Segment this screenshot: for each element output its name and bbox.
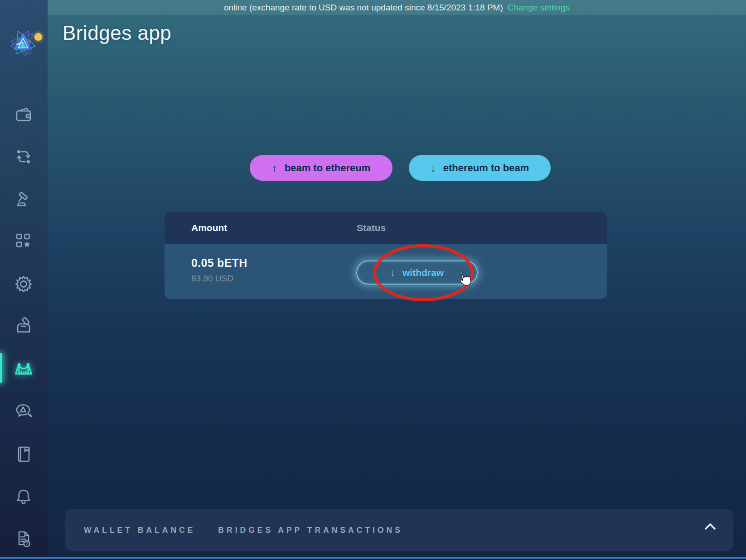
ethereum-to-beam-label: ethereum to beam [443,162,529,174]
apps-grid-icon [15,232,33,250]
status-bar: online (exchange rate to USD was not upd… [48,0,746,15]
amount-usd-value: 83.90 USD [191,274,247,284]
sidebar-item-documents[interactable] [15,445,33,463]
bridge-icon [15,360,33,378]
down-arrow-icon: ↓ [431,162,436,174]
chevron-up-icon[interactable] [703,521,717,531]
ethereum-to-beam-button[interactable]: ↓ ethereum to beam [409,155,551,181]
sidebar: ? [0,0,48,560]
withdraw-label: withdraw [402,267,444,278]
tab-wallet-balance[interactable]: WALLET BALANCE [84,526,195,535]
bottom-tabs: WALLET BALANCE BRIDGES APP TRANSACTIONS [84,526,403,535]
tab-bridges-app-transactions[interactable]: BRIDGES APP TRANSACTIONS [218,526,403,535]
cursor-pointer-icon [457,270,471,287]
document-help-icon: ? [15,530,33,548]
beam-logo-icon [8,26,38,56]
column-header-status: Status [357,222,386,233]
status-message: online (exchange rate to USD was not upd… [224,3,503,13]
withdraw-down-arrow-icon: ↓ [390,267,395,279]
gavel-icon [15,190,33,208]
sidebar-item-voting[interactable] [15,317,33,335]
column-header-amount: Amount [191,222,357,233]
up-arrow-icon: ↑ [272,162,277,174]
table-row: 0.05 bETH 83.90 USD ↓ withdraw [165,244,607,299]
sidebar-item-swap[interactable] [15,148,33,166]
bell-icon [15,488,33,506]
sidebar-item-settings[interactable] [15,275,33,293]
bottom-bar: WALLET BALANCE BRIDGES APP TRANSACTIONS [65,509,733,551]
sidebar-item-auction[interactable] [15,190,33,208]
sidebar-active-indicator [0,353,2,383]
chat-icon [15,402,33,420]
transactions-table: Amount Status 0.05 bETH 83.90 USD ↓ with… [165,212,607,299]
beam-to-ethereum-button[interactable]: ↑ beam to ethereum [250,155,392,181]
app-logo[interactable] [8,26,38,56]
sidebar-item-help[interactable]: ? [15,530,33,548]
voting-icon [15,317,33,335]
beam-to-ethereum-label: beam to ethereum [285,162,371,174]
change-settings-link[interactable]: Change settings [508,3,570,13]
sidebar-item-chat[interactable] [15,402,33,420]
amount-value: 0.05 bETH [191,256,247,270]
notification-dot [34,33,42,41]
wallet-icon [15,106,33,124]
sidebar-item-bridges[interactable] [15,360,33,378]
table-header-row: Amount Status [165,212,607,244]
notebook-icon [15,445,33,463]
svg-text:?: ? [25,541,28,546]
page-title: Bridges app [63,22,171,44]
gear-icon [15,275,33,293]
sidebar-item-wallet[interactable] [15,106,33,124]
sidebar-item-notifications[interactable] [15,488,33,506]
amount-cell: 0.05 bETH 83.90 USD [191,256,247,284]
swap-icon [15,148,33,166]
sidebar-item-apps[interactable] [15,232,33,250]
